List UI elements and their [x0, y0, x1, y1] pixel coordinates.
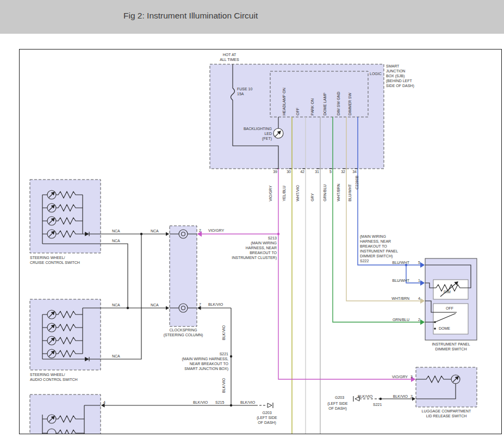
nca-label: NCA: [112, 229, 120, 233]
luggage-pin-2: 2: [410, 394, 413, 399]
wire-label-gry: GRY: [310, 193, 315, 201]
luggage-pin-3: 3: [410, 374, 413, 379]
blk-vio-label: BLK/VIO: [240, 400, 255, 405]
wire-label-yel-blu: YEL/BLU: [282, 186, 287, 201]
clockspring: [170, 226, 197, 326]
logic-pin-dim-sw-gnd: DIM SW GND: [336, 91, 341, 115]
clockspring-pin-7: 7: [199, 302, 201, 307]
sjb-pin-5: 5: [325, 169, 332, 174]
luggage-switch-outline: [416, 367, 477, 407]
dim-label: DIM: [444, 289, 451, 294]
diagram-canvas: HOT AT ALL TIMES FUSE 10 15A BACKLIGHTIN…: [0, 0, 504, 444]
clockspring-wire-2-label: VIO/GRY: [208, 228, 224, 233]
lower-left-pin-4: 4: [103, 400, 105, 405]
dimmer-pin-1: 1: [418, 278, 420, 283]
clockspring-wire-7-label: BLK/VIO: [208, 302, 223, 307]
dimmer-wire-label: BLU/WHT: [382, 278, 409, 283]
blk-vio-vertical-label: BLK/VIO: [221, 325, 226, 340]
splice-s221-dot: [230, 355, 232, 357]
dim-rheostat-box: [433, 280, 468, 299]
blk-vio-label: BLK/VIO: [358, 394, 372, 399]
sjb-pin-31: 31: [313, 169, 319, 174]
nca-label: NCA: [112, 354, 120, 359]
sjb-pin-30: 30: [284, 169, 291, 174]
g203-center-label: G203 (LEFT SIDE OF DASH): [251, 410, 283, 425]
junction-dot-2: [127, 307, 129, 309]
cruise-switch-label: STEERING WHEEL/ CRUISE CONTROL SWITCH: [30, 255, 80, 265]
wire-label-vio-gry: VIO/GRY: [268, 186, 273, 201]
wire-label-blu-wht: BLU/WHT: [347, 184, 352, 202]
sjb-pin-42: 42: [298, 169, 304, 174]
dome-contact-dot: [434, 328, 436, 330]
hot-at-all-times-label: HOT AT ALL TIMES: [213, 52, 246, 62]
splice-s215-label: S215: [215, 400, 224, 405]
clockspring-label: CLOCKSPRING (STEERING COLUMN): [163, 328, 203, 337]
nca-label: NCA: [151, 229, 159, 233]
audio-control-switch: [30, 299, 101, 370]
logic-pin-headlamp-on: HEADLAMP ON: [282, 88, 287, 115]
fuse-label: FUSE 10 15A: [237, 87, 252, 96]
backlighting-led-label: BACKLIGHTING LED (FET): [237, 126, 272, 141]
luggage-wire-label: VIO/GRY: [381, 374, 408, 379]
wire-label-wht-brn: WHT/BRN: [336, 183, 341, 201]
sjb-pin-34: 34: [350, 169, 357, 174]
luggage-release-switch: [416, 367, 477, 407]
wire-label-wht-vio: WHT/VIO: [295, 185, 300, 201]
g203-right-name-label: G203: [335, 395, 344, 400]
dome-label: DOME: [439, 326, 450, 331]
splice-s213-label: S213 (MAIN WIRING HARNESS, NEAR BREAKOUT…: [225, 236, 277, 260]
luggage-switch-label: LUGGAGE COMPARTMENT LID RELEASE SWITCH: [415, 409, 477, 418]
logic-label: LOGIC: [370, 71, 382, 76]
splice-s215-dot: [230, 404, 232, 406]
nca-label: NCA: [112, 238, 120, 243]
dimmer-pin-2: 2: [418, 317, 420, 322]
splice-s221-short-label: S221: [373, 402, 382, 407]
splice-s222-label: (MAIN WIRING HARNESS, NEAR BREAKOUT TO I…: [360, 234, 398, 263]
blk-vio-label: BLK/VIO: [193, 400, 208, 405]
dimmer-wire-label: WHT/BRN: [382, 296, 409, 301]
dimmer-pin-4: 4: [418, 296, 420, 301]
clockspring-pin-2: 2: [199, 228, 201, 233]
nca-label: NCA: [151, 303, 159, 307]
splice-s221-label: S221 (MAIN WIRING HARNESS, NEAR BREAKOUT…: [172, 351, 228, 371]
cruise-control-switch: [30, 180, 101, 253]
sjb-connector-label: C2280B: [354, 176, 359, 189]
sjb-name-label: SMART JUNCTION BOX (SJB) (BEHIND LEFT SI…: [386, 64, 414, 88]
wire-label-grn-blu: GRN/BLU: [322, 184, 327, 201]
logic-pin-park-on: PARK ON: [310, 98, 315, 115]
logic-pin-dome-lamp: DOME LAMP: [322, 92, 327, 115]
dimmer-switch-label: INSTRUMENT PANEL DIMMER SWITCH: [426, 342, 476, 351]
dimmer-wire-label: BLU/WHT: [382, 260, 409, 265]
clockspring-outline: [170, 226, 197, 326]
g203-right-location-label: (LEFT SIDE OF DASH): [322, 401, 353, 411]
dimmer-pin-5: 5: [418, 260, 420, 265]
logic-pin-off: OFF: [295, 108, 300, 115]
dimmer-switch: [425, 258, 477, 340]
blk-vio-vertical-label: BLK/VIO: [221, 378, 226, 393]
logic-pin-dimmer-sw: DIMMER SW: [347, 92, 352, 115]
cruise-switch-outline: [30, 180, 101, 253]
splice-s213-dot: [277, 233, 279, 235]
nca-label: NCA: [112, 303, 120, 307]
luggage-wire-label: BLK/VIO: [381, 394, 408, 399]
off-label: OFF: [446, 306, 453, 311]
sjb-pin-39: 39: [271, 169, 277, 174]
sjb-pin-32: 32: [339, 169, 345, 174]
wiring-diagram-page: Fig 2: Instrument Illumination Circuit: [0, 0, 504, 444]
audio-switch-label: STEERING WHEEL/ AUDIO CONTROL SWITCH: [30, 372, 78, 382]
dimmer-wire-label: GRN/BLU: [382, 317, 409, 322]
junction-dot-1: [140, 233, 142, 235]
